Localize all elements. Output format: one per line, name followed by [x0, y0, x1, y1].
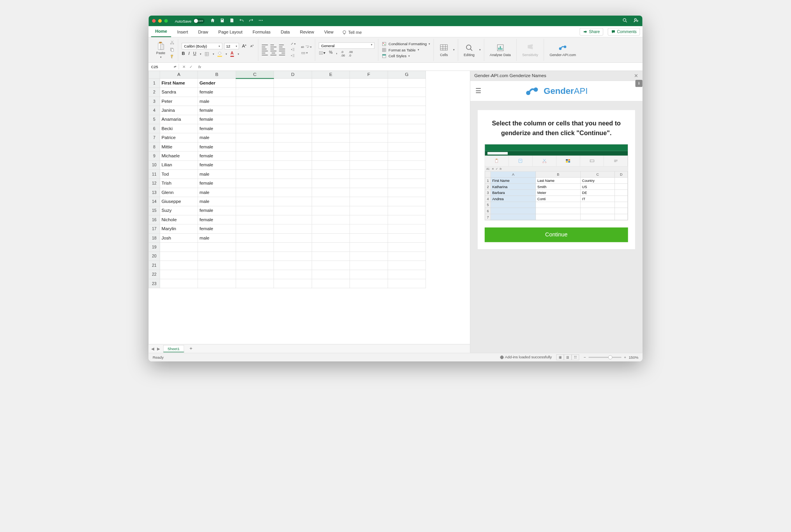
home-icon[interactable]: [210, 18, 215, 24]
editing-button[interactable]: Editing: [462, 42, 477, 57]
cell[interactable]: [312, 261, 350, 270]
cell[interactable]: Suzy: [160, 206, 198, 215]
cell[interactable]: [388, 197, 426, 206]
cell[interactable]: male: [198, 188, 236, 197]
cell[interactable]: female: [198, 124, 236, 133]
cell[interactable]: Glenn: [160, 188, 198, 197]
cell[interactable]: [274, 124, 312, 133]
cell[interactable]: [388, 224, 426, 233]
cell[interactable]: [312, 115, 350, 124]
cell[interactable]: [388, 243, 426, 252]
cell[interactable]: [198, 252, 236, 261]
autosave-toggle[interactable]: AutoSave OFF: [175, 18, 205, 23]
cell[interactable]: [388, 142, 426, 151]
cell[interactable]: [236, 261, 274, 270]
column-header-c[interactable]: C: [236, 71, 274, 79]
format-painter-icon[interactable]: [170, 54, 175, 60]
continue-button[interactable]: Continue: [485, 227, 628, 242]
cell[interactable]: [388, 279, 426, 288]
cell[interactable]: [312, 88, 350, 97]
cell[interactable]: [160, 252, 198, 261]
tab-page-layout[interactable]: Page Layout: [214, 28, 247, 37]
cell[interactable]: male: [198, 197, 236, 206]
cell[interactable]: [198, 243, 236, 252]
cell[interactable]: [274, 170, 312, 179]
cell[interactable]: [236, 270, 274, 279]
cell[interactable]: [350, 224, 388, 233]
cell[interactable]: [350, 252, 388, 261]
column-header-b[interactable]: B: [198, 71, 236, 79]
cell[interactable]: [236, 97, 274, 106]
cell[interactable]: [388, 188, 426, 197]
cell[interactable]: Tod: [160, 170, 198, 179]
zoom-slider[interactable]: [588, 357, 622, 358]
grow-font-icon[interactable]: A▴: [241, 44, 247, 49]
cell[interactable]: [388, 151, 426, 160]
cell[interactable]: [236, 252, 274, 261]
cell[interactable]: [274, 215, 312, 224]
increase-indent-icon[interactable]: [291, 53, 295, 58]
cell[interactable]: [388, 261, 426, 270]
tab-view[interactable]: View: [320, 28, 338, 37]
cell[interactable]: Mittie: [160, 142, 198, 151]
select-all-corner[interactable]: [149, 71, 160, 79]
account-icon[interactable]: [629, 19, 639, 24]
cell[interactable]: [274, 270, 312, 279]
minimize-window-icon[interactable]: [158, 19, 162, 23]
hamburger-icon[interactable]: ☰: [475, 87, 481, 95]
comments-button[interactable]: Comments: [607, 28, 640, 36]
cell[interactable]: [350, 233, 388, 242]
cell[interactable]: [274, 252, 312, 261]
cell[interactable]: [312, 270, 350, 279]
cell[interactable]: [274, 133, 312, 142]
cell[interactable]: female: [198, 115, 236, 124]
cell[interactable]: [312, 233, 350, 242]
cell[interactable]: [388, 233, 426, 242]
cell[interactable]: [350, 133, 388, 142]
cell[interactable]: [236, 206, 274, 215]
cell[interactable]: [236, 79, 274, 88]
cell[interactable]: [350, 206, 388, 215]
cell[interactable]: [388, 124, 426, 133]
zoom-level[interactable]: 150%: [629, 355, 638, 359]
cell[interactable]: male: [198, 133, 236, 142]
tab-insert[interactable]: Insert: [173, 28, 192, 37]
italic-button[interactable]: I: [188, 51, 189, 56]
format-as-table-button[interactable]: Format as Table ▾: [382, 48, 430, 52]
cell[interactable]: [312, 79, 350, 88]
add-sheet-icon[interactable]: +: [187, 346, 195, 352]
search-icon[interactable]: [618, 19, 628, 24]
column-header-e[interactable]: E: [312, 71, 350, 79]
cell[interactable]: female: [198, 88, 236, 97]
cell[interactable]: Anamaria: [160, 115, 198, 124]
cell[interactable]: [236, 233, 274, 242]
sheet-nav-prev-icon[interactable]: ◀: [151, 346, 154, 351]
share-button[interactable]: Share: [580, 28, 603, 36]
cell[interactable]: [274, 261, 312, 270]
rename-icon[interactable]: [230, 18, 235, 24]
row-header[interactable]: 18: [149, 233, 160, 242]
close-window-icon[interactable]: [152, 19, 155, 23]
cell[interactable]: Becki: [160, 124, 198, 133]
page-layout-view-icon[interactable]: ▥: [564, 354, 572, 360]
cell[interactable]: [236, 179, 274, 188]
cell[interactable]: [312, 179, 350, 188]
cell[interactable]: [236, 106, 274, 115]
enter-formula-icon[interactable]: ✓: [189, 64, 192, 69]
cell[interactable]: [312, 106, 350, 115]
cell[interactable]: [160, 243, 198, 252]
tab-data[interactable]: Data: [277, 28, 294, 37]
wrap-text-icon[interactable]: ab▾: [301, 44, 312, 49]
cell[interactable]: [388, 206, 426, 215]
cell[interactable]: [388, 170, 426, 179]
row-header[interactable]: 6: [149, 124, 160, 133]
cell[interactable]: female: [198, 142, 236, 151]
redo-icon[interactable]: [249, 18, 254, 24]
align-left-icon[interactable]: [262, 51, 268, 55]
cell-styles-button[interactable]: Cell Styles ▾: [382, 54, 430, 58]
cell[interactable]: [236, 279, 274, 288]
align-center-icon[interactable]: [270, 51, 277, 55]
cell[interactable]: Janina: [160, 106, 198, 115]
cell[interactable]: [388, 133, 426, 142]
cell[interactable]: [350, 124, 388, 133]
